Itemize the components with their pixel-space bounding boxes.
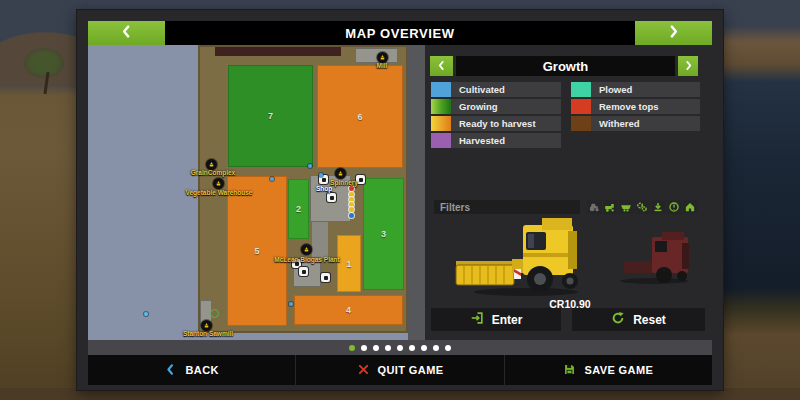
legend-item-plowed: Plowed bbox=[571, 82, 700, 97]
map-vehicle-dot bbox=[349, 186, 354, 191]
map-trigger-dot bbox=[289, 302, 293, 306]
map-label-spinnery: Spinnery bbox=[330, 179, 358, 186]
page-dot-2 bbox=[361, 345, 367, 351]
map-field-4: 4 bbox=[294, 295, 403, 325]
page-dot-5 bbox=[397, 345, 403, 351]
legend-swatch-cultivated bbox=[431, 82, 451, 97]
tools-filter-icon[interactable] bbox=[635, 200, 650, 214]
trailer-filter-icon[interactable] bbox=[619, 200, 634, 214]
map-road bbox=[312, 222, 328, 258]
map-field-1: 1 bbox=[337, 235, 361, 292]
legend-label: Remove tops bbox=[599, 101, 659, 112]
legend-swatch-remove-tops bbox=[571, 99, 591, 114]
map-label-vegetable-warehouse: Vegetable Warehouse bbox=[186, 189, 253, 196]
legend-label: Growing bbox=[459, 101, 498, 112]
next-page-button[interactable] bbox=[635, 21, 712, 45]
prev-page-button[interactable] bbox=[88, 21, 165, 45]
page-dot-3 bbox=[373, 345, 379, 351]
enter-icon bbox=[470, 311, 484, 328]
map-building-marker bbox=[299, 267, 308, 276]
page-dot-6 bbox=[409, 345, 415, 351]
map-container: 7652314MillGrainComplexVegetable Warehou… bbox=[88, 45, 425, 340]
legend-item-withered: Withered bbox=[571, 116, 700, 131]
legend-label: Withered bbox=[599, 118, 640, 129]
field-number: 2 bbox=[296, 204, 301, 214]
chevron-right-icon bbox=[666, 24, 681, 42]
close-x-icon bbox=[357, 363, 370, 378]
map-poi-marker bbox=[213, 178, 224, 189]
map-poi-marker bbox=[335, 168, 346, 179]
map-label-stanton-sawmill: Stanton Sawmill bbox=[183, 330, 233, 337]
save-game-button[interactable]: SAVE GAME bbox=[504, 355, 712, 385]
chevron-left-icon bbox=[119, 24, 134, 42]
harvester-filter-icon[interactable] bbox=[603, 200, 618, 214]
page-dot-1 bbox=[349, 345, 355, 351]
growth-title: Growth bbox=[456, 56, 675, 76]
vehicle-preview bbox=[428, 215, 712, 297]
map-building-marker bbox=[321, 273, 330, 282]
legend-swatch-harvested bbox=[431, 133, 451, 148]
growth-prev-button[interactable] bbox=[430, 56, 453, 76]
field-number: 6 bbox=[357, 112, 362, 122]
map-field-6: 6 bbox=[317, 65, 403, 168]
field-number: 7 bbox=[268, 111, 273, 121]
map-marker-ring bbox=[210, 309, 219, 318]
map-trigger-dot bbox=[308, 164, 312, 168]
enter-vehicle-button[interactable]: Enter bbox=[431, 308, 561, 331]
page-dot-4 bbox=[385, 345, 391, 351]
title-bar: MAP OVERVIEW bbox=[88, 21, 712, 45]
enter-label: Enter bbox=[492, 313, 523, 327]
growth-next-button[interactable] bbox=[678, 56, 698, 76]
legend-swatch-plowed bbox=[571, 82, 591, 97]
legend-label: Cultivated bbox=[459, 84, 505, 95]
map-poi-marker bbox=[301, 244, 312, 255]
legend-label: Plowed bbox=[599, 84, 632, 95]
field-number: 5 bbox=[254, 246, 259, 256]
filter-icon-group bbox=[586, 200, 698, 214]
map-label-mclean-biogas-plant: McLean Biogas Plant bbox=[274, 256, 339, 263]
background-landscape-left bbox=[0, 0, 88, 400]
page-dot-9 bbox=[445, 345, 451, 351]
chevron-left-icon bbox=[436, 59, 447, 74]
page-title: MAP OVERVIEW bbox=[165, 21, 635, 45]
filters-label-bar: Filters bbox=[434, 200, 580, 214]
page-dot-7 bbox=[421, 345, 427, 351]
map-trigger-dot bbox=[270, 177, 274, 181]
map-field-7: 7 bbox=[228, 65, 313, 167]
tractor-filter-icon[interactable] bbox=[587, 200, 602, 214]
legend-label: Harvested bbox=[459, 135, 505, 146]
floppy-save-icon bbox=[563, 363, 576, 378]
reset-label: Reset bbox=[633, 313, 666, 327]
map-vehicle-dot bbox=[349, 213, 354, 218]
yellow-combine bbox=[456, 218, 578, 292]
download-filter-icon[interactable] bbox=[651, 200, 666, 214]
page-indicator bbox=[88, 340, 712, 355]
house-filter-icon[interactable] bbox=[683, 200, 698, 214]
legend-column-left: CultivatedGrowingReady to harvestHarvest… bbox=[431, 82, 561, 150]
save-label: SAVE GAME bbox=[584, 364, 653, 376]
quit-game-button[interactable]: QUIT GAME bbox=[295, 355, 503, 385]
back-button[interactable]: BACK bbox=[88, 355, 295, 385]
map-railway-strip bbox=[215, 47, 341, 56]
reset-vehicle-button[interactable]: Reset bbox=[572, 308, 705, 331]
combine-harvester-image bbox=[428, 215, 712, 297]
red-combine-dimmed bbox=[624, 232, 689, 283]
map-label-shop: Shop bbox=[316, 185, 332, 192]
legend-label: Ready to harvest bbox=[459, 118, 536, 129]
notice-filter-icon[interactable] bbox=[667, 200, 682, 214]
legend-swatch-ready-to-harvest bbox=[431, 116, 451, 131]
legend-item-ready-to-harvest: Ready to harvest bbox=[431, 116, 561, 131]
map[interactable]: 7652314MillGrainComplexVegetable Warehou… bbox=[88, 45, 408, 340]
legend-item-growing: Growing bbox=[431, 99, 561, 114]
map-label-graincomplex: GrainComplex bbox=[191, 169, 235, 176]
field-number: 3 bbox=[381, 229, 386, 239]
footer-menu: BACK QUIT GAME SAVE GAME bbox=[88, 355, 712, 385]
legend-item-remove-tops: Remove tops bbox=[571, 99, 700, 114]
tree bbox=[24, 48, 64, 78]
background-landscape-right bbox=[712, 0, 800, 400]
legend-swatch-growing bbox=[431, 99, 451, 114]
back-label: BACK bbox=[185, 364, 218, 376]
legend-item-cultivated: Cultivated bbox=[431, 82, 561, 97]
quit-label: QUIT GAME bbox=[378, 364, 444, 376]
reset-icon bbox=[611, 311, 625, 328]
